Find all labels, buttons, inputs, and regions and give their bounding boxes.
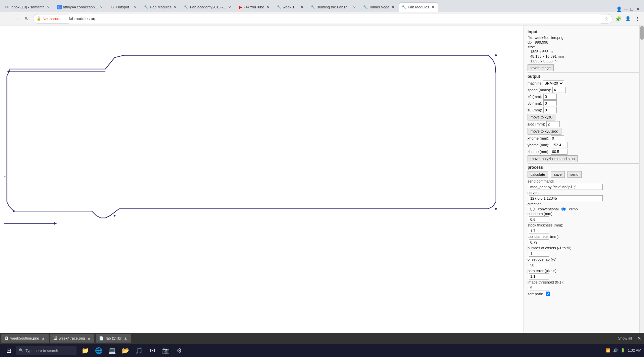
tab-fabacademy[interactable]: 🔧 Fab academy2015 -... ✕ — [181, 2, 235, 12]
address-bar: ← → ↻ 🔓 Not secure | ☆ 🧩 👤 ⋮ — [0, 12, 644, 26]
bottom-tab-week5outline[interactable]: 🖼 week5outline.png ▲ — [1, 334, 49, 343]
tab-attiny[interactable]: G attiny44 connection... ✕ — [54, 2, 107, 12]
taskbar-files[interactable]: 📂 — [119, 345, 132, 357]
tab-fabmodules1[interactable]: 🔧 Fab Modules ✕ — [141, 2, 181, 12]
bookmark-star-icon[interactable]: ☆ — [604, 16, 609, 21]
refresh-button[interactable]: ↻ — [23, 15, 31, 23]
profile-icon[interactable]: 👤 — [616, 6, 622, 12]
tab-tomas[interactable]: 🔧 Tomas Vega ✕ — [360, 2, 399, 12]
minimize-button[interactable]: ─ — [625, 6, 628, 12]
conventional-label: conventional — [538, 207, 559, 211]
offset-overlap-row — [528, 262, 640, 268]
size-px-row: 1895 x 665 px — [530, 50, 640, 54]
tab-inbox[interactable]: ✉ Inbox (10) - samanth ✕ — [1, 2, 54, 12]
back-button[interactable]: ← — [3, 15, 11, 23]
start-button[interactable]: ⊞ — [3, 345, 15, 357]
bottom-tab-close-week5[interactable]: ▲ — [41, 336, 45, 341]
tab-close-fabmodules1[interactable]: ✕ — [173, 5, 178, 9]
taskbar-mail[interactable]: ✉ — [146, 345, 158, 357]
svg-point-7 — [13, 210, 14, 212]
tab-close-inbox[interactable]: ✕ — [46, 5, 51, 9]
image-threshold-input[interactable] — [529, 285, 549, 291]
vertical-scrollbar[interactable] — [639, 26, 644, 333]
svg-point-8 — [114, 215, 115, 216]
speed-input[interactable] — [552, 87, 566, 93]
tab-week1[interactable]: 🔧 week 1 ✕ — [274, 2, 307, 12]
size-mm-row: 48.133 x 16.891 mm — [530, 54, 640, 58]
tab-close-youtube[interactable]: ✕ — [266, 5, 270, 9]
invert-image-button[interactable]: invert image — [528, 64, 554, 71]
bottom-tab-close-fab[interactable]: ▲ — [123, 336, 128, 341]
extensions-button[interactable]: 🧩 — [614, 15, 623, 23]
tab-youtube[interactable]: ▶ (4) YouTube ✕ — [235, 2, 274, 12]
tab-close-week1[interactable]: ✕ — [300, 5, 304, 9]
tool-diameter-input[interactable] — [529, 239, 549, 245]
tab-favicon-youtube: ▶ — [238, 5, 243, 9]
tab-close-hotspot[interactable]: ✕ — [133, 5, 138, 9]
tab-building[interactable]: 🔧 Building the FabTri... ✕ — [308, 2, 360, 12]
time: 1:32 AM — [628, 348, 641, 353]
offset-overlap-label: offset overlap (%): — [528, 257, 557, 261]
close-button[interactable]: ✕ — [636, 6, 640, 12]
radio-climb[interactable] — [561, 207, 566, 211]
bottom-tab-week4trace[interactable]: 🖼 week4trace.png ▲ — [50, 334, 95, 343]
tab-favicon-fabmodules1: 🔧 — [144, 5, 149, 9]
tab-favicon-fabmodules-active: 🔧 — [402, 5, 406, 9]
send-command-label-row: send command: — [528, 179, 640, 183]
move-xy0zjog-button[interactable]: move to xy0 zjog — [528, 128, 561, 135]
calculate-button[interactable]: calculate — [528, 171, 548, 178]
stock-thickness-input[interactable] — [529, 228, 549, 234]
taskbar-music[interactable]: 🎵 — [133, 345, 145, 357]
tab-hotspot[interactable]: B Hotspot ✕ — [107, 2, 141, 12]
taskbar-terminal[interactable]: 💻 — [106, 345, 118, 357]
taskbar-camera[interactable]: 📷 — [160, 345, 172, 357]
cut-depth-label-row: cut depth (mm): — [528, 212, 640, 216]
taskbar-chrome[interactable]: 🌐 — [93, 345, 105, 357]
url-input[interactable] — [65, 14, 604, 23]
taskbar-search[interactable]: 🔍 Type here to search — [16, 346, 77, 355]
move-xyzhome-button[interactable]: move to xyzhome and stop — [528, 155, 578, 162]
tab-close-fabmodules-active[interactable]: ✕ — [431, 5, 435, 9]
profile-button[interactable]: 👤 — [624, 15, 632, 23]
bottom-tab-fab-lbr[interactable]: 📄 fab (1).lbr ▲ — [96, 334, 131, 343]
forward-button[interactable]: → — [13, 15, 21, 23]
save-button[interactable]: save — [551, 171, 564, 178]
menu-button[interactable]: ⋮ — [633, 15, 641, 23]
tab-close-fabacademy[interactable]: ✕ — [227, 5, 232, 9]
machine-select[interactable]: SRM-20 — [543, 80, 564, 86]
tab-fabmodules-active[interactable]: 🔧 Fab Modules ✕ — [399, 2, 438, 12]
not-secure-indicator: 🔓 — [37, 16, 41, 21]
tab-close-tomas[interactable]: ✕ — [391, 5, 395, 9]
bottom-bar-close-button[interactable]: ✕ — [636, 336, 643, 341]
path-error-input[interactable] — [529, 273, 549, 279]
taskbar-file-explorer[interactable]: 📁 — [79, 345, 91, 357]
num-offsets-label-row: number of offsets (-1 to fill): — [528, 246, 640, 250]
sort-path-checkbox[interactable] — [546, 292, 550, 296]
tab-close-building[interactable]: ✕ — [352, 5, 357, 9]
send-button[interactable]: send — [567, 171, 582, 178]
offset-overlap-input[interactable] — [529, 262, 549, 268]
scrollbar-thumb-v — [640, 26, 644, 40]
tab-close-attiny[interactable]: ✕ — [99, 5, 104, 9]
yhome-input[interactable] — [551, 142, 567, 148]
taskbar-settings[interactable]: ⚙ — [173, 345, 185, 357]
zjog-input[interactable] — [546, 121, 560, 127]
y0-input[interactable] — [543, 100, 557, 106]
z0-input[interactable] — [543, 107, 557, 113]
zhome-input[interactable] — [551, 149, 567, 155]
search-placeholder: Type here to search — [26, 349, 58, 353]
show-all-button[interactable]: Show all — [615, 336, 635, 340]
num-offsets-input[interactable] — [529, 251, 549, 257]
send-command-input[interactable] — [529, 184, 603, 190]
cut-depth-input[interactable] — [529, 216, 549, 222]
x0-input[interactable] — [543, 94, 557, 100]
tab-label-inbox: Inbox (10) - samanth — [10, 5, 45, 9]
move-xyz0-button[interactable]: move to xyz0 — [528, 114, 555, 120]
bottom-tab-icon-week5: 🖼 — [5, 336, 8, 340]
send-command-row — [528, 184, 640, 190]
server-input[interactable] — [529, 195, 603, 201]
radio-conventional[interactable] — [530, 207, 535, 211]
bottom-tab-close-week4[interactable]: ▲ — [87, 336, 91, 341]
xhome-input[interactable] — [551, 135, 564, 141]
maximize-button[interactable]: □ — [631, 6, 633, 12]
